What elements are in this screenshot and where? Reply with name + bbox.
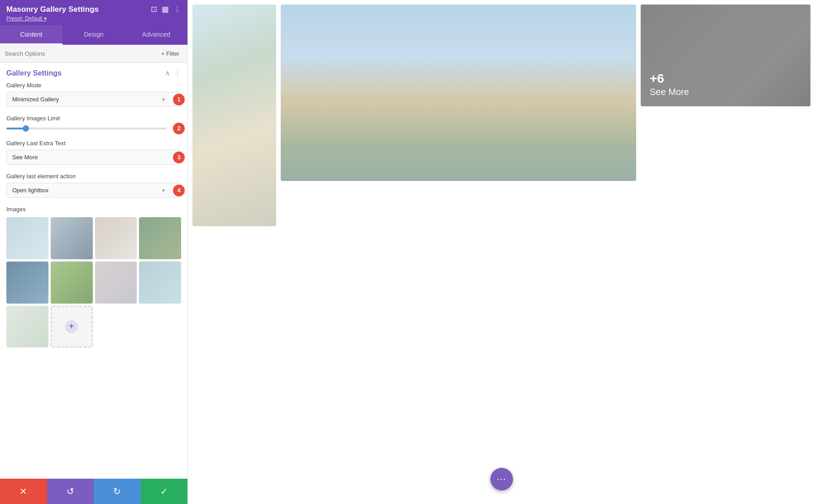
image-thumb-9[interactable] xyxy=(6,306,48,348)
tab-advanced[interactable]: Advanced xyxy=(125,25,187,45)
gallery-col-left xyxy=(192,5,276,226)
search-bar: + Filter xyxy=(0,45,187,63)
image-thumb-5[interactable] xyxy=(6,262,48,304)
main-content: +6 See More ··· xyxy=(188,0,815,504)
last-element-action-badge: 4 xyxy=(173,185,185,196)
last-element-action-select[interactable]: Open lightbox Open URL None xyxy=(6,183,181,198)
image-thumb-2[interactable] xyxy=(51,217,93,259)
image-thumb-3[interactable] xyxy=(95,217,137,259)
see-more-count: +6 xyxy=(650,72,664,86)
sidebar-content: Gallery Settings ∧ ⋮ Gallery Mode Minimi… xyxy=(0,63,187,479)
image-thumb-4[interactable] xyxy=(139,217,181,259)
tab-content[interactable]: Content xyxy=(0,25,62,45)
last-extra-text-field: Gallery Last Extra Text 3 xyxy=(6,140,181,165)
last-extra-text-label: Gallery Last Extra Text xyxy=(6,140,181,147)
gallery-col-mid xyxy=(281,5,636,181)
last-element-action-select-wrap: Open lightbox Open URL None ▾ 4 xyxy=(6,183,181,198)
images-grid: + xyxy=(6,217,181,347)
see-more-overlay[interactable]: +6 See More xyxy=(641,5,810,106)
tabs: Content Design Advanced xyxy=(0,25,187,45)
gallery-image-3[interactable]: +6 See More xyxy=(641,5,810,106)
gallery-area: +6 See More xyxy=(188,0,815,477)
gallery-col-right: +6 See More xyxy=(641,5,810,106)
gallery-mode-select[interactable]: Minimized Gallery Grid Gallery Masonry G… xyxy=(6,92,181,107)
gallery-image-1[interactable] xyxy=(192,5,276,226)
last-element-action-label: Gallery last element action xyxy=(6,173,181,180)
images-limit-field: Gallery Images Limit 3 2 xyxy=(6,115,181,132)
filter-button[interactable]: + Filter xyxy=(158,48,183,59)
focus-icon[interactable]: ⊡ xyxy=(151,5,157,14)
gallery-image-2[interactable] xyxy=(281,5,636,181)
image-thumb-8[interactable] xyxy=(139,262,181,304)
gallery-mode-badge: 1 xyxy=(173,94,185,105)
gallery-mode-field: Gallery Mode Minimized Gallery Grid Gall… xyxy=(6,82,181,107)
last-extra-text-input[interactable] xyxy=(6,150,181,165)
gallery-image-2-bg xyxy=(281,5,636,181)
image-thumb-1[interactable] xyxy=(6,217,48,259)
slider-wrap: 3 2 xyxy=(6,125,181,132)
search-input[interactable] xyxy=(5,50,154,57)
images-limit-label: Gallery Images Limit xyxy=(6,115,181,122)
undo-button[interactable]: ↺ xyxy=(47,479,94,504)
see-more-text: See More xyxy=(650,87,689,97)
sidebar-header: Masonry Gallery Settings ⊡ ▦ ⋮ Preset: D… xyxy=(0,0,187,25)
sidebar: Masonry Gallery Settings ⊡ ▦ ⋮ Preset: D… xyxy=(0,0,188,504)
section-collapse-button[interactable]: ∧ xyxy=(165,70,170,77)
section-controls: ∧ ⋮ xyxy=(165,70,181,77)
bottom-bar: ✕ ↺ ↻ ✓ xyxy=(0,479,187,504)
images-limit-badge: 2 xyxy=(173,123,185,134)
plus-icon: + xyxy=(65,320,78,333)
image-thumb-7[interactable] xyxy=(95,262,137,304)
section-header: Gallery Settings ∧ ⋮ xyxy=(6,63,181,82)
gallery-mode-label: Gallery Mode xyxy=(6,82,181,89)
images-label: Images xyxy=(6,206,181,213)
header-icons: ⊡ ▦ ⋮ xyxy=(151,5,181,14)
gallery-image-1-bg xyxy=(192,5,276,226)
last-extra-text-badge: 3 xyxy=(173,152,185,163)
section-more-button[interactable]: ⋮ xyxy=(174,70,181,77)
images-field: Images + xyxy=(6,206,181,347)
section-title: Gallery Settings xyxy=(6,69,62,77)
save-button[interactable]: ✓ xyxy=(141,479,188,504)
grid-icon[interactable]: ▦ xyxy=(162,5,169,14)
sidebar-title: Masonry Gallery Settings xyxy=(6,5,99,14)
last-element-action-field: Gallery last element action Open lightbo… xyxy=(6,173,181,198)
preset-label: Preset: Default ▾ xyxy=(6,15,181,22)
images-limit-slider[interactable] xyxy=(6,128,167,129)
fab-button[interactable]: ··· xyxy=(490,468,513,490)
fab-dots-icon: ··· xyxy=(497,473,506,485)
more-icon[interactable]: ⋮ xyxy=(173,5,181,14)
cancel-button[interactable]: ✕ xyxy=(0,479,47,504)
gallery-mode-select-wrap: Minimized Gallery Grid Gallery Masonry G… xyxy=(6,92,181,107)
image-thumb-6[interactable] xyxy=(51,262,93,304)
tab-design[interactable]: Design xyxy=(62,25,125,45)
redo-button[interactable]: ↻ xyxy=(94,479,141,504)
last-extra-text-wrap: 3 xyxy=(6,150,181,165)
add-image-button[interactable]: + xyxy=(51,306,93,348)
